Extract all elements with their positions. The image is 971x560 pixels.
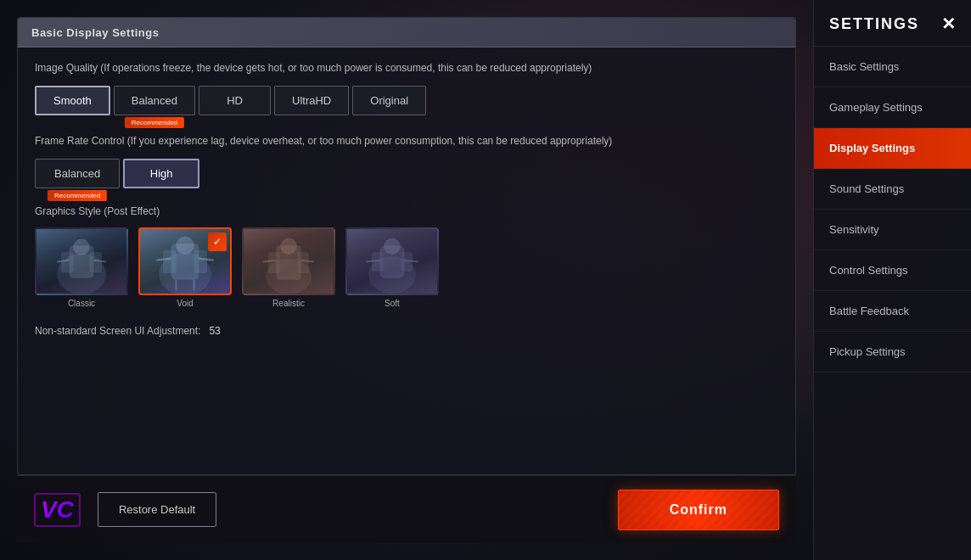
sidebar-item-sound[interactable]: Sound Settings — [814, 169, 971, 210]
nonstandard-value: 53 — [209, 325, 220, 337]
sidebar-nav: Basic Settings Gameplay Settings Display… — [814, 47, 971, 560]
nonstandard-row: Non-standard Screen UI Adjustment: 53 — [35, 325, 778, 337]
confirm-button[interactable]: Confirm — [618, 490, 779, 530]
svg-point-4 — [73, 238, 89, 255]
quality-btn-hd[interactable]: HD — [199, 86, 271, 115]
panel-header: Basic Display Settings — [18, 18, 795, 48]
close-icon[interactable]: ✕ — [941, 14, 956, 34]
framerate-btn-high[interactable]: High — [123, 159, 199, 188]
thumb-soft-label: Soft — [384, 299, 400, 308]
content-area: Basic Display Settings Image Quality (If… — [0, 0, 813, 560]
section-divider-1: Frame Rate Control (If you experience la… — [35, 134, 778, 188]
quality-btn-balanced[interactable]: Balanced Recommended — [114, 86, 195, 115]
thumb-classic[interactable]: Classic — [35, 227, 128, 308]
thumb-soft-img — [345, 227, 439, 295]
svg-rect-18 — [268, 252, 279, 273]
graphics-thumbnails: Classic ✓ — [35, 227, 778, 308]
thumb-classic-img — [35, 227, 128, 295]
sidebar-item-gameplay[interactable]: Gameplay Settings — [814, 87, 971, 128]
thumb-realistic-svg — [244, 229, 334, 294]
graphics-style-section: Graphics Style (Post Effect) — [35, 205, 778, 308]
sidebar-item-sensitivity[interactable]: Sensitivity — [814, 210, 971, 250]
thumb-realistic-img — [242, 227, 335, 295]
nonstandard-label: Non-standard Screen UI Adjustment: — [35, 325, 200, 337]
svg-rect-19 — [298, 252, 309, 273]
bottom-bar: VC Restore Default Confirm — [17, 475, 796, 543]
framerate-recommended-badge: Recommended — [48, 190, 107, 201]
graphics-style-label: Graphics Style (Post Effect) — [35, 205, 778, 217]
image-quality-label: Image Quality (If operations freeze, the… — [35, 61, 778, 76]
svg-rect-26 — [401, 252, 413, 272]
thumb-void[interactable]: ✓ — [138, 227, 232, 308]
settings-panel: Basic Display Settings Image Quality (If… — [17, 17, 796, 475]
panel-title: Basic Display Settings — [31, 26, 159, 39]
thumb-soft-svg — [347, 229, 437, 294]
thumb-void-label: Void — [177, 299, 193, 308]
svg-point-11 — [176, 236, 194, 254]
sidebar-item-control[interactable]: Control Settings — [814, 250, 971, 291]
svg-point-27 — [384, 238, 400, 254]
quality-btn-original[interactable]: Original — [352, 86, 426, 115]
svg-point-20 — [280, 238, 296, 254]
svg-rect-25 — [372, 252, 383, 272]
restore-default-button[interactable]: Restore Default — [98, 492, 216, 527]
sidebar-header: SETTINGS ✕ — [814, 0, 971, 47]
svg-rect-9 — [163, 250, 176, 273]
thumb-soft[interactable]: Soft — [345, 227, 439, 308]
svg-rect-10 — [194, 250, 207, 273]
thumb-realistic[interactable]: Realistic — [242, 227, 335, 308]
svg-rect-2 — [61, 252, 73, 272]
thumb-void-img: ✓ — [138, 227, 232, 295]
sidebar: SETTINGS ✕ Basic Settings Gameplay Setti… — [813, 0, 971, 560]
frame-rate-label: Frame Rate Control (If you experience la… — [35, 134, 778, 148]
sidebar-item-pickup[interactable]: Pickup Settings — [814, 332, 971, 372]
framerate-btn-balanced[interactable]: Balanced Recommended — [35, 159, 120, 188]
thumb-classic-label: Classic — [68, 299, 95, 308]
quality-btn-ultrahd[interactable]: UltraHD — [274, 86, 349, 115]
thumb-classic-svg — [36, 229, 126, 294]
thumb-void-svg — [140, 229, 230, 294]
thumb-realistic-label: Realistic — [272, 299, 305, 308]
quality-recommended-badge: Recommended — [125, 117, 184, 128]
sidebar-item-basic[interactable]: Basic Settings — [814, 47, 971, 87]
image-quality-buttons: Smooth Balanced Recommended HD UltraHD O… — [35, 86, 778, 115]
panel-body: Image Quality (If operations freeze, the… — [18, 48, 795, 474]
main-container: Basic Display Settings Image Quality (If… — [0, 0, 971, 560]
sidebar-item-display[interactable]: Display Settings — [814, 128, 971, 169]
quality-btn-smooth[interactable]: Smooth — [35, 86, 110, 115]
sidebar-item-battle[interactable]: Battle Feedback — [814, 291, 971, 332]
logo-vc: VC — [34, 493, 81, 527]
svg-rect-3 — [90, 252, 102, 272]
framerate-buttons: Balanced Recommended High — [35, 159, 778, 188]
logo-area: VC — [34, 493, 81, 527]
sidebar-title: SETTINGS — [829, 15, 919, 33]
